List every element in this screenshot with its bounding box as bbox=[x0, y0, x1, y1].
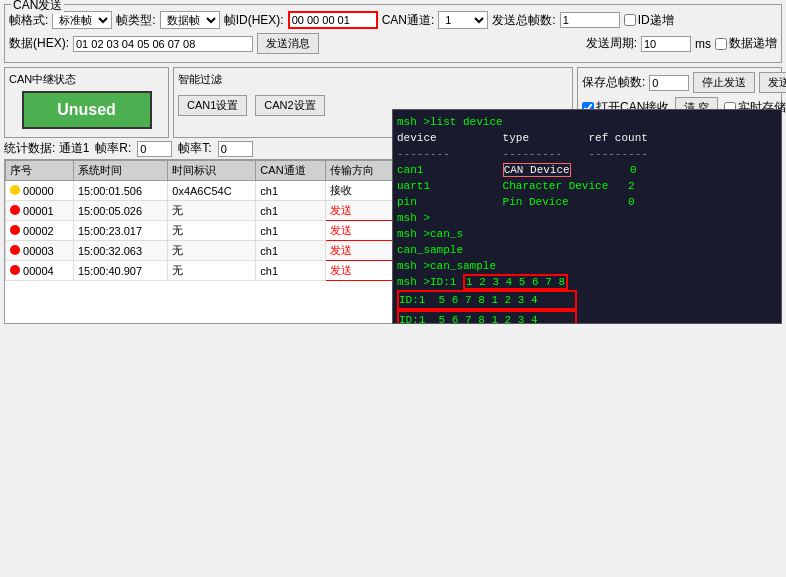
table-cell-sys-time: 15:00:05.026 bbox=[73, 201, 167, 221]
table-header-cell: 时间标识 bbox=[168, 161, 256, 181]
table-cell-time-id: 无 bbox=[168, 261, 256, 281]
red-dot-icon bbox=[10, 265, 20, 275]
stats1-t-label: 帧率T: bbox=[178, 140, 211, 157]
save-total-label: 保存总帧数: bbox=[582, 74, 645, 91]
table-cell-time-id: 无 bbox=[168, 241, 256, 261]
table-header-cell: 序号 bbox=[6, 161, 74, 181]
can-channel-label: CAN通道: bbox=[382, 12, 435, 29]
frame-id-label: 帧ID(HEX): bbox=[224, 12, 284, 29]
table-cell-seq: 00004 bbox=[6, 261, 74, 281]
table-cell-seq: 00001 bbox=[6, 201, 74, 221]
total-frames-input[interactable] bbox=[560, 12, 620, 28]
id-incr-label: ID递增 bbox=[638, 12, 674, 29]
table-cell-seq: 00000 bbox=[6, 181, 74, 201]
terminal-line: can1 CAN Device 0 bbox=[397, 162, 777, 178]
frame-type-label: 帧类型: bbox=[116, 12, 155, 29]
period-input[interactable] bbox=[641, 36, 691, 52]
smart-filter-title: 智能过滤 bbox=[178, 72, 568, 87]
table-cell-can-channel: ch1 bbox=[256, 181, 326, 201]
terminal-line: device type ref count bbox=[397, 130, 777, 146]
terminal-line: pin Pin Device 0 bbox=[397, 194, 777, 210]
terminal-line: msh > bbox=[397, 210, 777, 226]
table-cell-direction: 发送 bbox=[326, 241, 394, 261]
can-channel-select[interactable]: 1 bbox=[438, 11, 488, 29]
red-dot-icon bbox=[10, 245, 20, 255]
terminal-line: can_sample bbox=[397, 242, 777, 258]
red-dot-icon bbox=[10, 225, 20, 235]
table-cell-sys-time: 15:00:01.506 bbox=[73, 181, 167, 201]
table-cell-can-channel: ch1 bbox=[256, 201, 326, 221]
terminal-line: uart1 Character Device 2 bbox=[397, 178, 777, 194]
table-cell-time-id: 无 bbox=[168, 201, 256, 221]
table-cell-direction: 接收 bbox=[326, 181, 394, 201]
frame-format-label: 帧格式: bbox=[9, 12, 48, 29]
red-dot-icon bbox=[10, 205, 20, 215]
terminal-line: msh >ID:1 1 2 3 4 5 6 7 8 bbox=[397, 274, 777, 290]
table-header-cell: 系统时间 bbox=[73, 161, 167, 181]
table-cell-sys-time: 15:00:32.063 bbox=[73, 241, 167, 261]
save-total-input[interactable] bbox=[649, 75, 689, 91]
terminal-line: msh >can_s bbox=[397, 226, 777, 242]
terminal-line: ID:1 5 6 7 8 1 2 3 4 bbox=[397, 310, 777, 324]
can-send-title: CAN发送 bbox=[11, 0, 64, 14]
table-cell-direction: 发送 bbox=[326, 261, 394, 281]
table-cell-sys-time: 15:00:23.017 bbox=[73, 221, 167, 241]
unused-button[interactable]: Unused bbox=[22, 91, 152, 129]
can1-settings-button[interactable]: CAN1设置 bbox=[178, 95, 247, 116]
data-incr-label: 数据递增 bbox=[729, 35, 777, 52]
stats1-title: 统计数据: 通道1 bbox=[4, 140, 89, 157]
yellow-dot-icon bbox=[10, 185, 20, 195]
table-header-cell: CAN通道 bbox=[256, 161, 326, 181]
period-label: 发送周期: bbox=[586, 35, 637, 52]
total-frames-label: 发送总帧数: bbox=[492, 12, 555, 29]
table-cell-direction: 发送 bbox=[326, 201, 394, 221]
can2-settings-button[interactable]: CAN2设置 bbox=[255, 95, 324, 116]
table-cell-can-channel: ch1 bbox=[256, 241, 326, 261]
save-file-button[interactable]: 发送文件 bbox=[759, 72, 786, 93]
table-cell-seq: 00003 bbox=[6, 241, 74, 261]
table-cell-time-id: 0x4A6C54C bbox=[168, 181, 256, 201]
id-incr-checkbox[interactable] bbox=[624, 14, 636, 26]
table-cell-time-id: 无 bbox=[168, 221, 256, 241]
ms-label: ms bbox=[695, 37, 711, 51]
frame-type-select[interactable]: 数据帧 bbox=[160, 11, 220, 29]
stats1-r-label: 帧率R: bbox=[95, 140, 131, 157]
terminal-line: msh >can_sample bbox=[397, 258, 777, 274]
terminal-line: msh >list device bbox=[397, 114, 777, 130]
stats1-t-input[interactable] bbox=[218, 141, 253, 157]
can-relay-title: CAN中继状态 bbox=[9, 72, 164, 87]
table-cell-sys-time: 15:00:40.907 bbox=[73, 261, 167, 281]
table-header-cell: 传输方向 bbox=[326, 161, 394, 181]
data-incr-checkbox[interactable] bbox=[715, 38, 727, 50]
terminal-line: ID:1 5 6 7 8 1 2 3 4 bbox=[397, 290, 777, 310]
table-cell-can-channel: ch1 bbox=[256, 221, 326, 241]
terminal-line: -------- --------- --------- bbox=[397, 146, 777, 162]
terminal-section: msh >list devicedevice type ref count---… bbox=[392, 109, 782, 324]
stats1-r-input[interactable] bbox=[137, 141, 172, 157]
frame-id-input[interactable] bbox=[288, 11, 378, 29]
table-cell-seq: 00002 bbox=[6, 221, 74, 241]
stop-send-button[interactable]: 停止发送 bbox=[693, 72, 755, 93]
table-cell-direction: 发送 bbox=[326, 221, 394, 241]
table-cell-can-channel: ch1 bbox=[256, 261, 326, 281]
send-msg-button[interactable]: 发送消息 bbox=[257, 33, 319, 54]
hex-data-input[interactable] bbox=[73, 36, 253, 52]
hex-data-label: 数据(HEX): bbox=[9, 35, 69, 52]
